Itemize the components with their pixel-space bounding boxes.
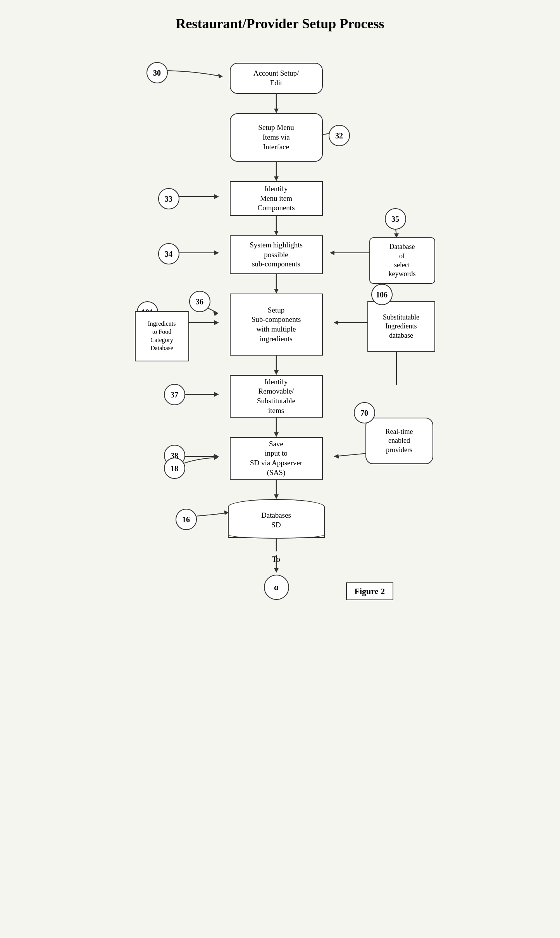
circle-33: 33: [158, 188, 179, 209]
svg-marker-35: [214, 455, 218, 460]
diagram-container: Restaurant/Provider Setup Process: [106, 16, 455, 900]
svg-marker-30: [214, 392, 219, 397]
identify-menu-node: Identify Menu item Components: [230, 181, 323, 216]
realtime-providers-node: Real-time enabled providers: [365, 418, 433, 464]
db-keywords-node: Database of select keywords: [369, 237, 435, 284]
figure-label: Figure 2: [346, 582, 393, 600]
svg-marker-11: [274, 432, 279, 437]
databases-sd-node: Databases SD: [228, 499, 325, 538]
svg-marker-24: [214, 320, 219, 325]
svg-marker-7: [274, 289, 279, 294]
circle-16: 16: [176, 509, 197, 530]
circle-70: 70: [354, 402, 375, 423]
svg-marker-25: [213, 311, 218, 316]
account-setup-node: Account Setup/ Edit: [230, 63, 323, 94]
circle-36: 36: [189, 291, 210, 312]
system-highlights-node: System highlights possible sub-component…: [230, 235, 323, 274]
flow-area: Account Setup/ Edit 30 Setup Menu Items …: [114, 47, 447, 900]
circle-37: 37: [164, 384, 185, 405]
svg-marker-9: [274, 370, 279, 375]
svg-marker-5: [274, 231, 279, 235]
circle-32: 32: [329, 125, 350, 146]
circle-106: 106: [371, 284, 393, 305]
identify-removable-node: Identify Removable/ Substitutable items: [230, 375, 323, 418]
setup-sub-node: Setup Sub-components with multiple ingre…: [230, 294, 323, 356]
terminal-a: a: [264, 575, 289, 600]
svg-marker-17: [218, 74, 223, 78]
svg-marker-16: [274, 568, 279, 573]
svg-marker-13: [274, 494, 279, 499]
circle-35: 35: [385, 208, 406, 230]
svg-marker-1: [274, 109, 279, 113]
setup-menu-node: Setup Menu Items via Interface: [230, 113, 323, 162]
to-label: To: [261, 553, 292, 565]
circle-30: 30: [146, 62, 168, 83]
circle-18: 18: [164, 458, 185, 479]
svg-marker-23: [214, 250, 219, 255]
page-title: Restaurant/Provider Setup Process: [176, 16, 384, 32]
svg-marker-34: [214, 454, 219, 459]
svg-marker-21: [330, 250, 334, 255]
substitutable-db-node: Substitutable Ingredients database: [367, 301, 435, 352]
svg-marker-19: [214, 194, 219, 199]
svg-marker-28: [334, 320, 338, 325]
svg-marker-3: [274, 176, 279, 181]
svg-marker-38: [334, 454, 339, 459]
circle-34: 34: [158, 243, 179, 264]
save-input-node: Save input to SD via Appserver (SAS): [230, 437, 323, 480]
ingredients-db-node: Ingredients to Food Category Database: [135, 311, 189, 361]
